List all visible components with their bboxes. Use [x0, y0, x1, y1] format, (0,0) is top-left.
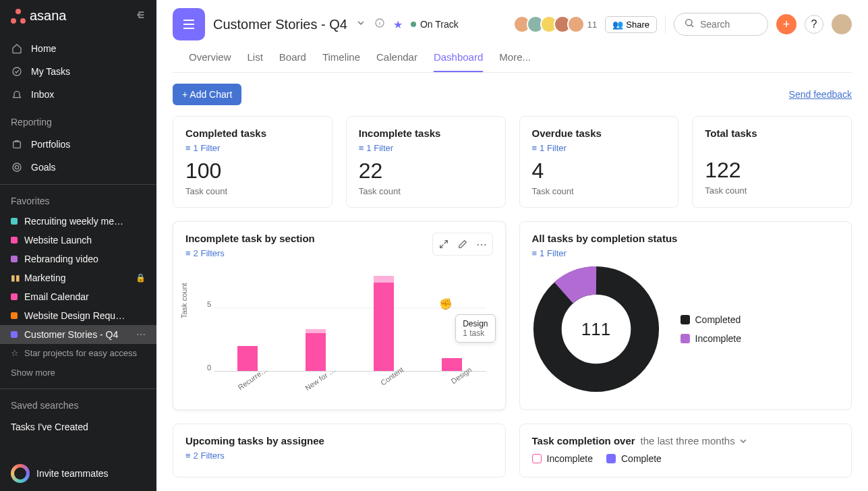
lock-icon: 🔒: [136, 273, 146, 283]
filter-link[interactable]: ≡2 Filters: [185, 248, 315, 258]
portfolio-icon: [11, 138, 23, 150]
donut-legend: Completed Incomplete: [681, 314, 741, 344]
legend-incomplete[interactable]: Incomplete: [681, 333, 741, 344]
bar[interactable]: [237, 346, 258, 372]
search-box[interactable]: [674, 13, 768, 36]
legend-incomplete[interactable]: Incomplete: [532, 453, 593, 464]
stat-card-completed[interactable]: Completed tasks ≡1 Filter 100 Task count: [173, 116, 332, 208]
profile-avatar[interactable]: [832, 14, 852, 34]
filter-link[interactable]: ≡1 Filter: [185, 143, 320, 153]
share-button[interactable]: 👥 Share: [605, 16, 657, 33]
saved-search-tasks-created[interactable]: Tasks I've Created: [0, 416, 156, 438]
chart-card-upcoming-by-assignee[interactable]: Upcoming tasks by assignee ≡2 Filters: [173, 424, 506, 478]
saved-searches-heading: Saved searches: [0, 395, 156, 416]
stat-value: 22: [359, 158, 493, 183]
project-dropdown-button[interactable]: [355, 18, 366, 31]
filter-icon: ≡: [532, 143, 538, 153]
bar[interactable]: [374, 276, 394, 371]
x-axis-label: Design: [435, 366, 481, 407]
app-name: asana: [30, 8, 67, 24]
people-icon: 👥: [612, 20, 623, 30]
invite-icon: [11, 464, 30, 483]
favorite-recruiting[interactable]: Recruiting weekly me…: [0, 212, 156, 231]
nav-goals[interactable]: Goals: [0, 156, 156, 179]
favorite-email-calendar[interactable]: Email Calendar: [0, 287, 156, 306]
filter-link[interactable]: ≡1 Filter: [532, 143, 666, 153]
stat-value: 100: [185, 158, 320, 183]
tab-calendar[interactable]: Calendar: [376, 51, 417, 72]
bar[interactable]: [442, 358, 462, 371]
chart-card-incomplete-by-section[interactable]: Incomplete task by section ≡2 Filters ⋯ …: [173, 221, 506, 410]
favorite-marketing[interactable]: ▮▮ Marketing 🔒: [0, 268, 156, 287]
stat-value: 122: [705, 158, 839, 183]
tab-dashboard[interactable]: Dashboard: [434, 51, 483, 72]
nav-label: Portfolios: [31, 139, 70, 150]
search-input[interactable]: [700, 19, 761, 30]
show-more-button[interactable]: Show more: [0, 362, 156, 383]
more-icon[interactable]: ⋯: [136, 329, 146, 340]
stat-card-overdue[interactable]: Overdue tasks ≡1 Filter 4 Task count: [519, 116, 679, 208]
asana-logo-icon: [11, 9, 26, 24]
logo[interactable]: asana: [11, 8, 67, 24]
more-icon[interactable]: ⋯: [473, 236, 490, 252]
nav-inbox[interactable]: Inbox: [0, 83, 156, 106]
help-button[interactable]: ?: [805, 15, 823, 34]
project-tabs: Overview List Board Timeline Calendar Da…: [173, 40, 852, 73]
sidebar: asana Home My Tasks Inbox Reporting Port: [0, 0, 156, 491]
nav-portfolios[interactable]: Portfolios: [0, 133, 156, 156]
chart-tooltip: Design 1 task: [455, 314, 495, 343]
nav-my-tasks[interactable]: My Tasks: [0, 60, 156, 83]
x-axis-label: Recurre…: [231, 366, 277, 407]
tab-list[interactable]: List: [248, 51, 263, 72]
info-icon[interactable]: [374, 18, 385, 31]
favorite-website-launch[interactable]: Website Launch: [0, 231, 156, 250]
bell-icon: [11, 88, 23, 100]
tab-board[interactable]: Board: [279, 51, 306, 72]
star-button[interactable]: ★: [393, 18, 403, 31]
global-add-button[interactable]: +: [776, 14, 797, 34]
nav-label: Inbox: [31, 89, 54, 100]
filter-icon: ≡: [185, 143, 191, 153]
nav-home[interactable]: Home: [0, 37, 156, 60]
chart-card-completion-over-time[interactable]: Task completion over the last three mont…: [519, 424, 852, 478]
member-avatars[interactable]: 11: [517, 16, 597, 33]
stat-card-incomplete[interactable]: Incomplete tasks ≡1 Filter 22 Task count: [346, 116, 506, 208]
edit-icon[interactable]: [455, 236, 471, 252]
card-hover-tools: ⋯: [432, 233, 493, 256]
svg-point-3: [15, 165, 18, 169]
status-pill[interactable]: On Track: [411, 19, 459, 30]
favorite-customer-stories[interactable]: Customer Stories - Q4 ⋯: [0, 325, 156, 344]
tab-timeline[interactable]: Timeline: [322, 51, 360, 72]
stat-card-total[interactable]: Total tasks 122 Task count: [692, 116, 852, 208]
filter-link[interactable]: ≡1 Filter: [532, 248, 840, 258]
period-selector[interactable]: the last three months: [641, 435, 749, 446]
add-chart-button[interactable]: + Add Chart: [173, 84, 241, 105]
main-content: Customer Stories - Q4 ★ On Track: [156, 0, 868, 491]
send-feedback-link[interactable]: Send feedback: [789, 89, 852, 100]
invite-teammates-button[interactable]: Invite teammates: [0, 456, 156, 491]
expand-icon[interactable]: [436, 236, 452, 252]
favorite-rebranding[interactable]: Rebranding video: [0, 250, 156, 268]
favorite-website-design[interactable]: Website Design Requ…: [0, 306, 156, 325]
donut-chart: 111: [532, 265, 660, 393]
project-icon[interactable]: [173, 8, 205, 40]
project-title: Customer Stories - Q4: [213, 17, 347, 32]
star-outline-icon: ☆: [11, 348, 19, 358]
stat-value: 4: [532, 158, 666, 183]
target-icon: [11, 161, 23, 173]
chart-card-completion-status[interactable]: All tasks by completion status ≡1 Filter…: [519, 221, 852, 410]
grab-cursor-icon: ✊: [439, 297, 453, 310]
legend-complete[interactable]: Complete: [606, 453, 662, 464]
nav-label: Home: [31, 43, 56, 54]
filter-link[interactable]: ≡2 Filters: [185, 451, 493, 461]
filter-icon: ≡: [185, 248, 191, 258]
svg-point-5: [686, 20, 692, 26]
filter-link[interactable]: ≡1 Filter: [359, 143, 493, 153]
legend-completed[interactable]: Completed: [681, 314, 741, 325]
tab-more[interactable]: More...: [499, 51, 531, 72]
bar[interactable]: [306, 329, 326, 371]
x-axis-label: New for …: [299, 366, 345, 407]
collapse-sidebar-button[interactable]: [135, 9, 146, 22]
filter-icon: ≡: [532, 248, 538, 258]
tab-overview[interactable]: Overview: [189, 51, 231, 72]
